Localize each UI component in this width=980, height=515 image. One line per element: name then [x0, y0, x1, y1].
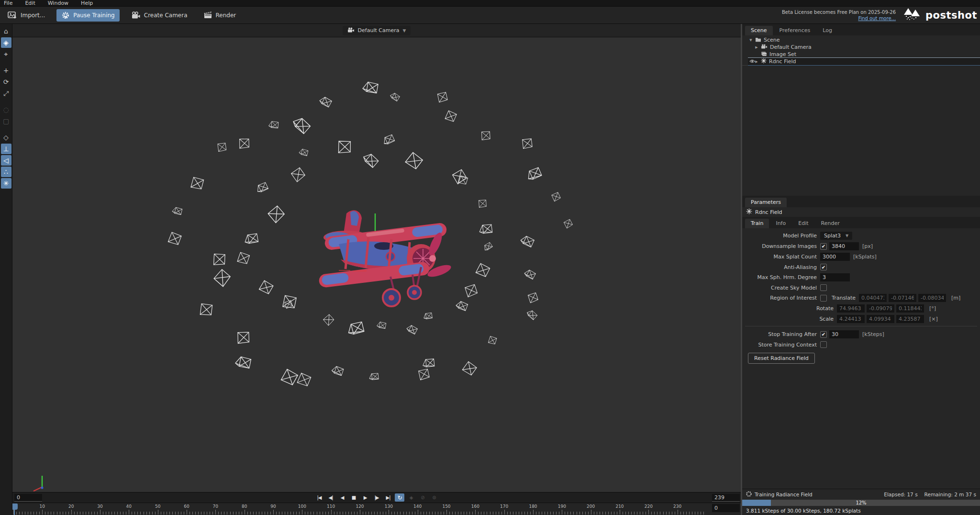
- play-button[interactable]: ▶: [360, 493, 370, 502]
- tree-item-scene[interactable]: ▼ Scene: [742, 36, 980, 44]
- reset-radiance-field-button[interactable]: Reset Radiance Field: [748, 353, 815, 364]
- camera-frustum[interactable]: [526, 309, 538, 320]
- rotate-tool[interactable]: ⟳: [1, 77, 11, 87]
- menu-help[interactable]: Help: [81, 0, 93, 6]
- camera-frustum[interactable]: [235, 357, 251, 369]
- menu-edit[interactable]: Edit: [25, 0, 35, 6]
- max-splat-count-input[interactable]: [820, 253, 850, 261]
- stop-training-input[interactable]: [829, 330, 859, 338]
- camera-frustum[interactable]: [299, 149, 308, 156]
- camera-frustum[interactable]: [523, 139, 533, 149]
- camera-frustum[interactable]: [243, 232, 259, 246]
- downsample-checkbox[interactable]: [820, 243, 827, 250]
- camera-frustum[interactable]: [282, 294, 298, 310]
- camera-frustum[interactable]: [404, 152, 423, 171]
- camera-frustum[interactable]: [199, 303, 213, 317]
- camera-frustum[interactable]: [423, 312, 433, 320]
- camera-frustum[interactable]: [525, 166, 543, 182]
- camera-frustum[interactable]: [258, 280, 274, 295]
- tree-item-default-camera[interactable]: ▶ Default Camera: [748, 44, 980, 51]
- camera-frustum[interactable]: [520, 235, 535, 247]
- camera-frustum[interactable]: [319, 96, 332, 107]
- camera-frustum[interactable]: [323, 314, 335, 326]
- tab-train[interactable]: Train: [745, 219, 769, 228]
- camera-frustum[interactable]: [377, 322, 386, 328]
- camera-frustum[interactable]: [406, 324, 418, 334]
- camera-frustum[interactable]: [488, 336, 497, 345]
- show-points-toggle[interactable]: ∴: [1, 167, 11, 177]
- camera-frustum[interactable]: [172, 207, 182, 214]
- range-start-input[interactable]: [712, 504, 740, 512]
- show-axes-toggle[interactable]: ⊥: [1, 144, 11, 154]
- camera-frustum[interactable]: [523, 269, 536, 280]
- camera-frustum[interactable]: [462, 361, 478, 377]
- camera-frustum[interactable]: [267, 205, 286, 224]
- tab-parameters[interactable]: Parameters: [745, 198, 787, 207]
- camera-frustum[interactable]: [528, 292, 538, 303]
- show-gizmo-toggle[interactable]: ◇: [1, 132, 11, 143]
- camera-frustum[interactable]: [422, 358, 435, 369]
- move-tool[interactable]: +: [1, 65, 11, 76]
- create-sky-model-checkbox[interactable]: [820, 284, 827, 291]
- camera-frustum[interactable]: [551, 192, 561, 202]
- camera-frustum[interactable]: [237, 331, 250, 344]
- camera-frustum[interactable]: [361, 152, 379, 168]
- camera-frustum[interactable]: [482, 242, 493, 252]
- jump-start-button[interactable]: |◀: [314, 493, 324, 502]
- splat-model-biplane[interactable]: [318, 210, 452, 306]
- camera-frustum[interactable]: [337, 140, 352, 155]
- show-cameras-toggle[interactable]: ◁: [1, 155, 11, 166]
- tab-preferences[interactable]: Preferences: [774, 26, 816, 35]
- play-reverse-button[interactable]: ◀: [337, 493, 347, 502]
- show-splats-toggle[interactable]: ✳: [1, 178, 11, 189]
- camera-frustum[interactable]: [475, 263, 491, 279]
- license-link[interactable]: Find out more...: [782, 15, 896, 22]
- camera-frustum[interactable]: [291, 167, 306, 182]
- loop-toggle[interactable]: ↻: [395, 493, 404, 502]
- step-back-button[interactable]: ◀|: [326, 493, 335, 502]
- camera-frustum[interactable]: [239, 138, 250, 149]
- camera-frustum[interactable]: [331, 366, 344, 376]
- camera-frustum[interactable]: [444, 110, 457, 123]
- stop-button[interactable]: ■: [349, 493, 358, 502]
- camera-frustum[interactable]: [390, 92, 401, 101]
- camera-frustum[interactable]: [296, 372, 312, 388]
- visibility-eye-icon[interactable]: [749, 58, 755, 65]
- camera-frustum[interactable]: [346, 320, 365, 336]
- camera-frustum[interactable]: [437, 92, 447, 102]
- camera-frustum[interactable]: [465, 284, 478, 297]
- anti-aliasing-checkbox[interactable]: [820, 264, 827, 270]
- camera-frustum[interactable]: [268, 121, 278, 128]
- tab-edit[interactable]: Edit: [792, 219, 814, 228]
- camera-frustum[interactable]: [419, 369, 430, 380]
- stop-training-checkbox[interactable]: [820, 331, 827, 338]
- model-profile-select[interactable]: Splat3 ▼: [820, 232, 852, 240]
- tab-scene[interactable]: Scene: [745, 26, 773, 35]
- scale-tool[interactable]: ⤢: [1, 88, 11, 99]
- downsample-input[interactable]: [829, 242, 859, 250]
- camera-look-tool[interactable]: ⌖: [1, 49, 11, 59]
- timeline-playhead[interactable]: [12, 504, 18, 510]
- step-forward-button[interactable]: |▶: [372, 493, 381, 502]
- tab-render[interactable]: Render: [815, 219, 846, 228]
- camera-frustum[interactable]: [481, 131, 491, 141]
- import-button[interactable]: Import...: [3, 10, 50, 21]
- expand-arrow-icon[interactable]: ▶: [755, 45, 758, 49]
- camera-frustum[interactable]: [368, 372, 379, 381]
- camera-frustum[interactable]: [479, 200, 487, 208]
- camera-frustum[interactable]: [213, 269, 232, 287]
- expand-arrow-icon[interactable]: ▶: [755, 60, 758, 64]
- camera-frustum[interactable]: [190, 176, 205, 191]
- camera-frustum[interactable]: [167, 231, 182, 246]
- camera-frustum[interactable]: [255, 181, 269, 194]
- camera-frustum[interactable]: [280, 368, 299, 387]
- current-frame-input[interactable]: [14, 494, 42, 502]
- tab-log[interactable]: Log: [817, 26, 838, 35]
- end-frame-input[interactable]: [712, 494, 740, 502]
- store-training-context-checkbox[interactable]: [820, 341, 827, 348]
- sph-harmonics-degree-input[interactable]: [820, 273, 850, 281]
- region-of-interest-checkbox[interactable]: [820, 295, 827, 302]
- camera-frustum[interactable]: [236, 251, 250, 265]
- tree-item-rdnc-field[interactable]: ▶ Rdnc Field: [748, 58, 980, 65]
- camera-frustum[interactable]: [382, 134, 396, 146]
